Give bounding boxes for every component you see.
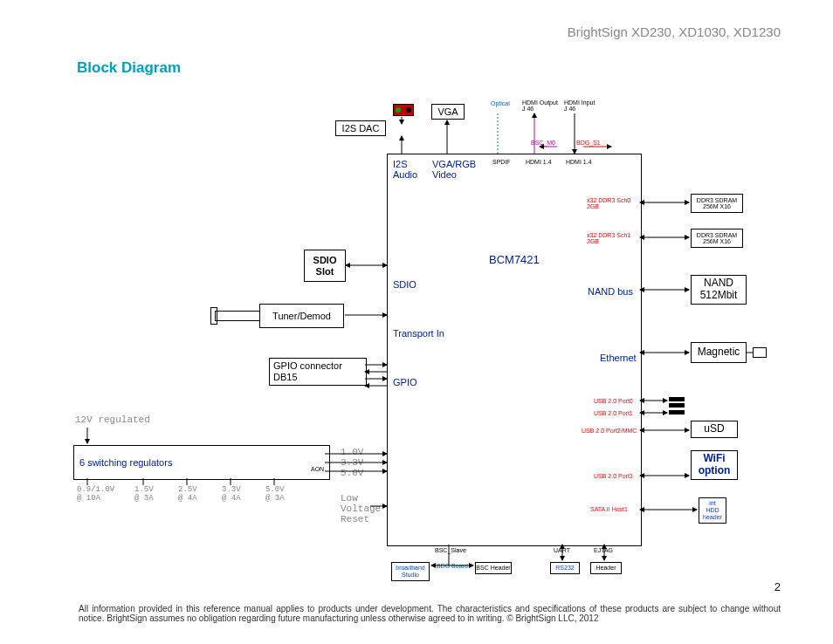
wires [0, 0, 833, 644]
page: BrightSign XD230, XD1030, XD1230 Block D… [0, 0, 833, 644]
footer-text: All information provided in this referen… [79, 604, 781, 623]
